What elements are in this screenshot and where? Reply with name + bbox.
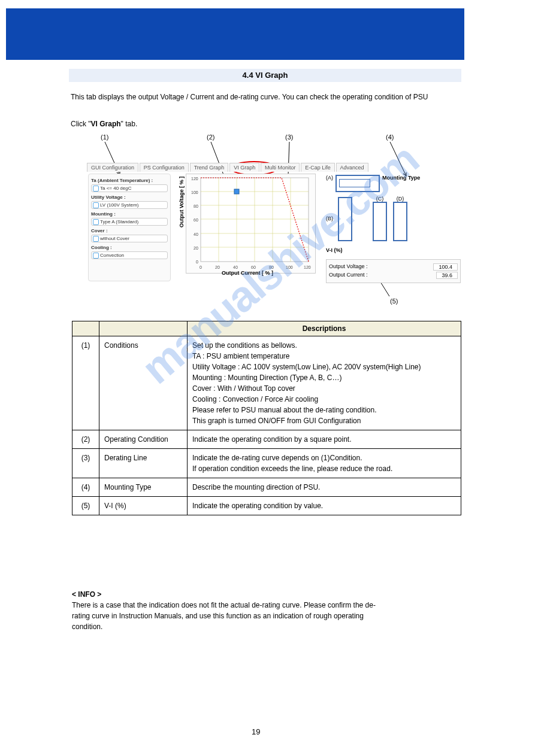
label-a: (A) [326,175,333,181]
table-header: Descriptions [72,321,461,336]
cell-desc: Describe the mounting direction of PSU. [188,478,461,497]
svg-text:40: 40 [233,265,238,269]
svg-text:100: 100 [286,265,293,269]
svg-text:120: 120 [304,265,311,269]
svg-text:100: 100 [191,190,198,195]
annot-5: (5) [390,297,398,305]
table-row: (5) V-I (%) Indicate the operating condi… [72,497,461,515]
svg-text:60: 60 [251,265,256,269]
tab-ps-configuration[interactable]: PS Configuration [140,163,189,172]
svg-text:20: 20 [215,265,220,269]
tab-instruction-post: " tab. [121,120,138,128]
conditions-panel: Ta (Ambient Temperature) : Ta <= 40 degC… [88,174,171,281]
table-row: (2) Operating Condition Indicate the ope… [72,430,461,449]
vi-title: V-I (%) [326,247,461,253]
label-d: (D) [397,196,404,202]
description-table: Descriptions (1) Conditions Set up the c… [72,321,461,515]
svg-line-3 [390,142,406,176]
cell-n: (1) [72,336,99,430]
table-row: (4) Mounting Type Describe the mounting … [72,478,461,497]
section-intro: This tab displays the output Voltage / C… [71,93,454,101]
ov-label: Output Voltage : [329,263,368,271]
tab-multi-monitor[interactable]: Multi Monitor [261,163,300,172]
svg-text:80: 80 [269,265,274,269]
cell-n: (4) [72,478,99,497]
svg-text:120: 120 [191,177,198,181]
tab-advanced[interactable]: Advanced [336,163,368,172]
mount-type-c-icon [373,202,387,241]
annot-3: (3) [285,133,293,141]
mnt-select[interactable]: Type A (Standard) [91,218,168,226]
mounting-type-label: Mounting Type [382,175,461,181]
cell-label: V-I (%) [99,497,188,515]
svg-rect-16 [234,189,239,194]
uv-label: Utility Voltage : [91,195,168,200]
header-bar [6,8,464,60]
tab-vi-graph[interactable]: VI Graph [229,163,259,172]
svg-text:40: 40 [194,232,198,236]
cool-select[interactable]: Convection [91,251,168,259]
cell-desc: Set up the conditions as bellows. TA : P… [188,336,461,430]
annot-2: (2) [207,133,214,141]
cov-select[interactable]: without Cover [91,235,168,242]
svg-text:0: 0 [196,260,198,264]
mount-type-d-icon [393,202,407,241]
mount-type-b-icon [338,197,352,241]
annot-4: (4) [386,133,394,141]
svg-text:20: 20 [194,246,198,250]
cell-desc: Indicate the de-rating curve depends on … [188,449,461,478]
th-label [99,321,188,336]
mnt-label: Mounting : [91,211,168,217]
tab-trend-graph[interactable]: Trend Graph [190,163,229,172]
cell-label: Derating Line [99,449,188,478]
mounting-panel: (A) Mounting Type (B) (C) (D) V-I (%) Ou… [326,175,461,277]
tab-instruction: Click "VI Graph" tab. [71,120,137,128]
page-number: 19 [252,727,260,736]
vi-values-box: Output Voltage :100.4 Output Current :39… [326,259,461,283]
label-b: (B) [326,215,333,221]
footer-note: < INFO > There is a case that the indica… [72,589,455,632]
cov-label: Cover : [91,228,168,233]
cool-label: Cooling : [91,245,168,250]
section-title: 4.4 VI Graph [69,69,461,82]
cell-n: (3) [72,449,99,478]
vi-chart-svg: 12010080 6040200 02040 6080100120 [186,174,315,273]
svg-text:0: 0 [200,265,202,269]
tab-instruction-name: VI Graph [91,120,121,128]
chart-xlabel: Output Current [ % ] [222,270,273,276]
annot-1: (1) [101,133,108,141]
tab-instruction-pre: Click " [71,120,91,128]
svg-text:60: 60 [194,218,198,222]
mount-type-a-icon [335,175,380,192]
chart-ylabel: Output Voltage [ % ] [179,177,185,227]
ta-label: Ta (Ambient Temperature) : [91,178,168,183]
cell-desc: Indicate the operating condition by a sq… [188,430,461,449]
table-row: (1) Conditions Set up the conditions as … [72,336,461,430]
uv-select[interactable]: LV (100V System) [91,201,168,209]
cell-desc: Indicate the operating condition by valu… [188,497,461,515]
label-c: (C) [376,196,384,202]
oc-value: 39.6 [436,272,458,279]
oc-label: Output Current : [329,272,368,279]
ov-value: 100.4 [433,263,458,271]
vi-chart: 12010080 6040200 02040 6080100120 [186,174,316,274]
ta-select[interactable]: Ta <= 40 degC [91,184,168,192]
table-row: (3) Derating Line Indicate the de-rating… [72,449,461,478]
tab-ecap-life[interactable]: E-Cap Life [301,163,335,172]
th-num [72,321,99,336]
cell-label: Operating Condition [99,430,188,449]
th-desc: Descriptions [188,321,461,336]
cell-label: Mounting Type [99,478,188,497]
tab-bar: GUI Configuration PS Configuration Trend… [87,163,368,172]
cell-n: (2) [72,430,99,449]
svg-text:80: 80 [194,204,198,208]
cell-n: (5) [72,497,99,515]
cell-label: Conditions [99,336,188,430]
tab-gui-configuration[interactable]: GUI Configuration [87,163,138,172]
footer-label: < INFO > [72,590,101,599]
